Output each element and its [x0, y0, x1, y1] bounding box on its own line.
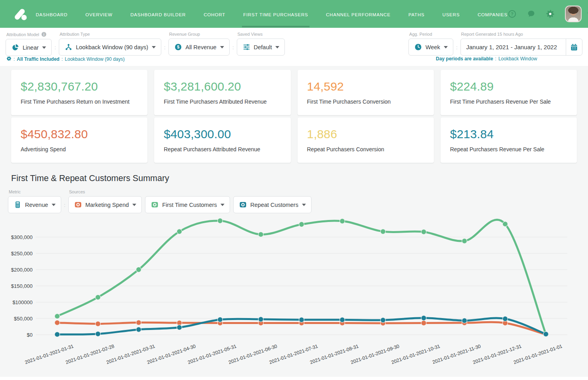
chart-point-repeat-customers[interactable]	[340, 317, 345, 322]
calculator-icon	[14, 201, 21, 208]
separator: :	[495, 56, 496, 62]
saved-views-dropdown[interactable]: Default	[237, 39, 285, 56]
kpi-label: First Time Purchasers Attributed Revenue	[164, 98, 281, 105]
saved-views-group: Saved ViewsDefault	[237, 32, 285, 56]
separator: :	[62, 56, 63, 62]
chart-point-first-time-customers[interactable]	[258, 232, 263, 237]
help-button[interactable]: ?	[508, 10, 516, 18]
page-footer	[0, 377, 588, 380]
nav-item-users[interactable]: USERS	[443, 1, 460, 27]
kpi-label: Repeat Purchasers Attributed Revenue	[164, 146, 281, 152]
section-title: First Time & Repeat Customers Summary	[11, 174, 588, 183]
main-nav: DASHBOARDOVERVIEWDASHBOARD BUILDERCOHORT…	[36, 1, 508, 27]
caret-down-icon	[52, 204, 56, 206]
chart-point-repeat-customers[interactable]	[258, 317, 263, 322]
attribution-type-dropdown[interactable]: Lookback Window (90 days)	[59, 39, 161, 56]
caret-down-icon	[275, 46, 279, 48]
nav-item-dashboard-builder[interactable]: DASHBOARD BUILDER	[130, 1, 186, 27]
nav-item-cohort[interactable]: COHORT	[204, 1, 225, 27]
chart-point-repeat-customers[interactable]	[503, 316, 508, 321]
attribution-type-group: Attribution TypeLookback Window (90 days…	[59, 32, 161, 56]
metric-dropdown[interactable]: Revenue	[8, 196, 61, 213]
chart-point-first-time-customers[interactable]	[421, 229, 426, 234]
dropdown-value: First Time Customers	[162, 202, 217, 208]
label-text: Attribution Type	[60, 32, 90, 37]
chart-point-repeat-customers[interactable]	[421, 315, 426, 320]
chart-point-repeat-customers[interactable]	[462, 318, 467, 323]
kpi-card-repeat-purchasers-attributed-revenue: $403,300.00Repeat Purchasers Attributed …	[154, 118, 290, 163]
y-axis-label: $0	[27, 332, 33, 338]
chart-point-repeat-customers[interactable]	[177, 325, 182, 330]
chart-point-first-time-customers[interactable]	[381, 229, 386, 234]
chart-point-marketing-spend[interactable]	[136, 320, 141, 325]
dollar-circle-icon: $	[174, 43, 182, 51]
nav-item-companies[interactable]: COMPANIES	[478, 1, 507, 27]
chart-point-repeat-customers[interactable]	[299, 317, 304, 322]
dropdown-value: Default	[254, 44, 272, 50]
nav-item-overview[interactable]: OVERVIEW	[85, 1, 112, 27]
lookback-window-link[interactable]: Lookback Window	[498, 56, 537, 62]
sliders-icon	[243, 43, 250, 51]
agg-period-dropdown[interactable]: Week	[408, 39, 453, 56]
chart-point-first-time-customers[interactable]	[503, 222, 508, 227]
kpi-label: Repeat Purchasers Revenue Per Sale	[450, 146, 567, 152]
report-generated-15-hours-ago-group: Report Generated 15 hours AgoJanuary 1, …	[460, 32, 583, 56]
chart-point-first-time-customers[interactable]	[340, 218, 345, 224]
first-time-customers-dropdown[interactable]: First Time Customers	[145, 196, 230, 213]
calendar-button[interactable]	[566, 39, 582, 55]
chart-point-first-time-customers[interactable]	[136, 267, 141, 272]
revenue-group-dropdown[interactable]: $All Revenue	[168, 39, 230, 56]
kpi-card-repeat-purchasers-revenue-per-sale: $213.84Repeat Purchasers Revenue Per Sal…	[441, 118, 577, 163]
chart-point-first-time-customers[interactable]	[177, 229, 182, 234]
label-text: Agg. Period	[409, 32, 432, 37]
chart-point-repeat-customers[interactable]	[218, 317, 223, 322]
svg-text:i: i	[43, 33, 44, 37]
chart-point-first-time-customers[interactable]	[218, 218, 223, 224]
repeat-customers-dropdown[interactable]: Repeat Customers	[233, 196, 311, 213]
kpi-value: $450,832.80	[21, 127, 138, 141]
chart-point-repeat-customers[interactable]	[95, 331, 101, 336]
gear-icon	[6, 56, 12, 62]
label-text: Attribution Model	[6, 32, 39, 37]
caret-down-icon	[42, 46, 46, 49]
chart-point-first-time-customers[interactable]	[55, 314, 60, 319]
chart-point-marketing-spend[interactable]	[95, 321, 101, 326]
chart-point-repeat-customers[interactable]	[55, 332, 60, 337]
chat-button[interactable]	[527, 10, 536, 18]
marketing-spend-dropdown[interactable]: Marketing Spend	[68, 196, 142, 213]
separator: :	[453, 44, 460, 50]
chart-point-first-time-customers[interactable]	[299, 222, 304, 227]
attribution-model-dropdown[interactable]: Linear	[6, 39, 52, 56]
info-icon[interactable]: i	[41, 32, 46, 37]
label-text: Revenue Group	[169, 32, 200, 37]
kpi-card-first-time-purchasers-attributed-revenue: $3,281,600.20First Time Purchasers Attri…	[154, 70, 290, 115]
y-axis-label: $250,000	[11, 251, 33, 257]
nav-item-first-time-purchasers[interactable]: FIRST TIME PURCHASERS	[243, 1, 308, 27]
nav-item-paths[interactable]: PATHS	[408, 1, 425, 27]
traffic-status: : All Traffic Included : Lookback Window…	[6, 56, 125, 62]
lookback-window-link[interactable]: Lookback Window (90 days)	[65, 56, 125, 62]
chart-point-marketing-spend[interactable]	[421, 320, 426, 326]
report-generated-15-hours-ago-input[interactable]: January 1, 2021 - January 1, 2022	[460, 39, 583, 56]
metric-label: Metric	[8, 189, 61, 194]
kpi-value: $2,830,767.20	[21, 80, 138, 93]
chart-point-repeat-customers[interactable]	[136, 327, 141, 332]
chart-point-repeat-customers[interactable]	[381, 318, 386, 323]
chart-point-repeat-customers[interactable]	[544, 332, 549, 337]
kpi-grid: $2,830,767.20First Time Purchasers Retur…	[0, 66, 588, 163]
chart-point-marketing-spend[interactable]	[55, 320, 60, 325]
avatar[interactable]	[565, 6, 582, 22]
caret-down-icon	[152, 46, 156, 48]
chart-point-first-time-customers[interactable]	[95, 295, 101, 300]
app-logo[interactable]	[8, 3, 29, 25]
attribution-model-label: Attribution Modeli	[6, 32, 52, 37]
kpi-label: First Time Purchasers Revenue Per Sale	[450, 98, 567, 105]
nav-item-channel-performance[interactable]: CHANNEL PERFORMANCE	[326, 1, 391, 27]
chart-point-first-time-customers[interactable]	[462, 238, 467, 243]
nav-item-dashboard[interactable]: DASHBOARD	[36, 1, 68, 27]
kpi-value: $403,300.00	[164, 127, 281, 141]
kpi-card-advertising-spend: $450,832.80Advertising Spend	[11, 118, 147, 163]
report-generated-15-hours-ago-label: Report Generated 15 hours Ago	[460, 32, 583, 37]
settings-button[interactable]	[546, 10, 555, 18]
y-axis-label: $200,000	[11, 267, 33, 273]
